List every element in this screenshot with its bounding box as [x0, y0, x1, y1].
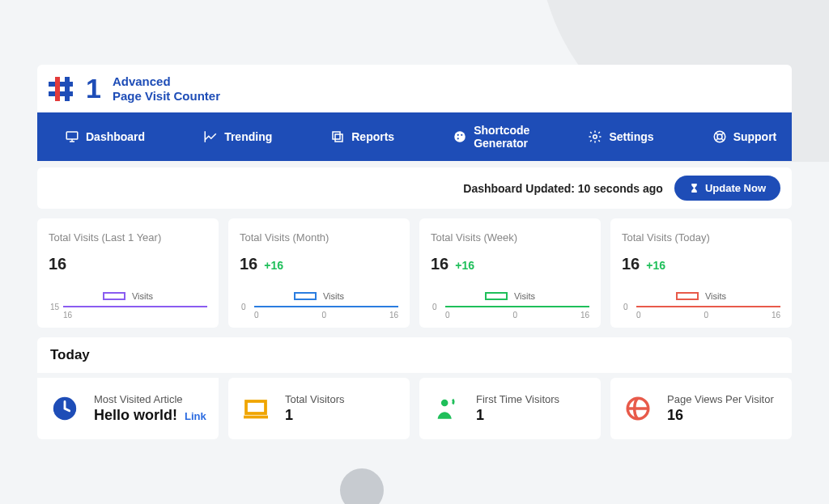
- today-section-header: Today: [37, 337, 792, 373]
- chart-line: [63, 306, 207, 307]
- svg-line-15: [715, 138, 717, 141]
- card-title: Total Visits (Month): [240, 231, 398, 244]
- chart-line: [254, 306, 398, 307]
- nav-support[interactable]: Support: [699, 112, 790, 161]
- svg-point-7: [457, 134, 459, 136]
- today-card-views: Page Views Per Visitor 16: [610, 378, 792, 439]
- legend-label: Visits: [705, 291, 726, 301]
- today-value: Hello world!: [94, 407, 177, 423]
- card-delta: +16: [646, 259, 665, 272]
- today-grid: Most Visited Article Hello world! Link T…: [37, 378, 792, 439]
- legend-swatch: [103, 292, 125, 300]
- today-card-article: Most Visited Article Hello world! Link: [37, 378, 219, 439]
- article-link[interactable]: Link: [185, 410, 206, 422]
- nav-label: Trending: [224, 130, 272, 143]
- svg-point-20: [441, 400, 449, 407]
- chart-ticks: 0 0 16: [636, 311, 780, 320]
- card-delta: +16: [455, 259, 474, 272]
- chart-line: [636, 306, 780, 307]
- today-value: 16: [667, 407, 774, 424]
- mini-chart-year: Visits 15 16: [49, 291, 207, 320]
- svg-point-12: [717, 134, 722, 139]
- chart-ticks: 16: [63, 311, 207, 320]
- svg-point-6: [454, 131, 466, 142]
- ytick: 0: [241, 303, 246, 311]
- mini-chart-month: Visits 0 0 0 16: [240, 291, 398, 320]
- chart-ticks: 0 0 16: [445, 311, 589, 320]
- legend-label: Visits: [132, 291, 153, 301]
- today-card-visitors: Total Visitors 1: [228, 378, 410, 439]
- card-total-month: Total Visits (Month) 16 +16 Visits 0 0 0…: [228, 218, 410, 328]
- section-title: Today: [50, 347, 90, 362]
- svg-line-14: [721, 138, 724, 141]
- copy-icon: [330, 129, 345, 144]
- card-delta: +16: [264, 259, 283, 272]
- card-title: Total Visits (Week): [431, 231, 589, 244]
- card-total-week: Total Visits (Week) 16 +16 Visits 0 0 0 …: [419, 218, 601, 328]
- legend-label: Visits: [323, 291, 344, 301]
- card-value: 16: [240, 255, 257, 273]
- palette-icon: [453, 129, 467, 144]
- update-now-button[interactable]: Update Now: [674, 176, 780, 201]
- svg-line-16: [721, 133, 724, 135]
- card-value: 16: [622, 255, 640, 273]
- hash-icon: [49, 74, 79, 104]
- legend-swatch: [676, 292, 699, 300]
- svg-rect-0: [66, 132, 78, 139]
- svg-point-9: [457, 138, 459, 139]
- ytick: 0: [623, 303, 628, 311]
- legend-swatch: [294, 292, 317, 300]
- nav-label: Support: [733, 130, 777, 143]
- update-btn-label: Update Now: [705, 182, 766, 194]
- hourglass-icon: [689, 183, 699, 193]
- update-bar: Dashboard Updated: 10 seconds ago Update…: [37, 167, 792, 209]
- nav-trending[interactable]: Trending: [190, 112, 285, 161]
- card-title: Total Visits (Last 1 Year): [49, 231, 207, 244]
- ytick: 15: [50, 303, 59, 311]
- svg-rect-18: [246, 401, 266, 413]
- chart-line-icon: [203, 129, 218, 144]
- card-value: 16: [49, 255, 66, 273]
- stats-row: Total Visits (Last 1 Year) 16 Visits 15 …: [37, 218, 792, 328]
- svg-point-8: [461, 134, 462, 136]
- logo-one: 1: [86, 73, 101, 104]
- logo-text: Advanced Page Visit Counter: [113, 74, 220, 103]
- header: 1 Advanced Page Visit Counter: [37, 65, 792, 112]
- nav-dashboard[interactable]: Dashboard: [52, 112, 158, 161]
- laptop-icon: [240, 392, 272, 425]
- mini-chart-week: Visits 0 0 0 16: [431, 291, 589, 320]
- card-total-year: Total Visits (Last 1 Year) 16 Visits 15 …: [37, 218, 219, 328]
- today-title: Total Visitors: [285, 393, 344, 405]
- main-nav: Dashboard Trending Reports Shortcode Gen…: [37, 112, 792, 161]
- svg-point-10: [593, 135, 597, 139]
- nav-label: Dashboard: [86, 130, 145, 143]
- card-value: 16: [431, 255, 449, 273]
- svg-rect-5: [333, 132, 340, 139]
- nav-label: Reports: [351, 130, 394, 143]
- today-card-first-time: First Time Visitors 1: [419, 378, 601, 439]
- today-value: 1: [476, 407, 559, 424]
- legend-label: Visits: [514, 291, 535, 301]
- gear-icon: [588, 129, 602, 144]
- nav-label: Shortcode Generator: [474, 124, 529, 150]
- svg-rect-4: [335, 134, 342, 142]
- life-ring-icon: [712, 129, 727, 144]
- clock-icon: [49, 392, 81, 425]
- card-total-today: Total Visits (Today) 16 +16 Visits 0 0 0…: [610, 218, 792, 328]
- logo-line2: Page Visit Counter: [113, 89, 220, 103]
- nav-shortcode[interactable]: Shortcode Generator: [440, 112, 542, 161]
- person-wave-icon: [431, 392, 463, 425]
- mini-chart-today: Visits 0 0 0 16: [622, 291, 780, 320]
- nav-reports[interactable]: Reports: [317, 112, 407, 161]
- nav-label: Settings: [609, 130, 653, 143]
- svg-line-13: [715, 133, 717, 135]
- today-value: 1: [285, 407, 344, 424]
- nav-settings[interactable]: Settings: [575, 112, 666, 161]
- globe-icon: [622, 392, 654, 425]
- today-title: Page Views Per Visitor: [667, 393, 774, 405]
- chart-line: [445, 306, 589, 307]
- today-title: First Time Visitors: [476, 393, 559, 405]
- monitor-icon: [65, 129, 79, 144]
- update-status: Dashboard Updated: 10 seconds ago: [463, 182, 663, 195]
- logo-line1: Advanced: [113, 74, 220, 88]
